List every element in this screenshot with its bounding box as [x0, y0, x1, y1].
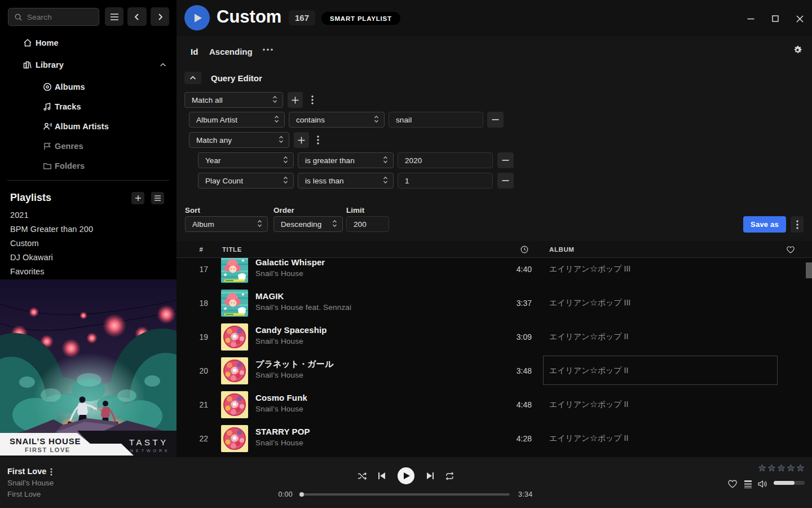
select-chevrons-icon	[383, 156, 388, 165]
sort-select[interactable]: Album	[185, 216, 268, 232]
select-value: Match any	[196, 136, 232, 144]
focused-cell-outline	[543, 356, 778, 385]
track-album: エイリアン☆ポップ III	[549, 286, 630, 320]
volume-slider[interactable]	[774, 481, 805, 485]
column-header-index[interactable]: #	[198, 241, 205, 258]
limit-input[interactable]: 200	[346, 216, 389, 232]
playlist-item[interactable]: DJ Okawari	[10, 250, 168, 264]
queue-button[interactable]	[743, 479, 753, 489]
sidebar-item-album-artists[interactable]: Album Artists	[0, 117, 176, 135]
rule3-field-select[interactable]: Play Count	[198, 173, 294, 189]
sidebar-item-folders[interactable]: Folders	[0, 157, 176, 175]
select-chevrons-icon	[279, 135, 284, 145]
previous-button[interactable]	[375, 469, 389, 483]
seek-slider[interactable]	[301, 493, 510, 496]
shuffle-button[interactable]	[355, 469, 369, 483]
select-chevrons-icon	[257, 220, 262, 229]
select-value: is greater than	[305, 156, 355, 165]
query-editor-collapse-button[interactable]	[184, 72, 201, 84]
add-rule-button-1[interactable]	[288, 92, 303, 108]
group-menu-button-2[interactable]	[313, 132, 323, 148]
track-number: 19	[186, 320, 208, 354]
track-row[interactable]: 19 Candy Spaceship Snail’s House 3:09 エイ…	[176, 320, 812, 354]
now-playing-menu-button[interactable]	[47, 468, 55, 476]
playlist-list-button[interactable]	[151, 192, 164, 204]
sidebar-item-genres[interactable]: Genres	[0, 137, 176, 155]
query-menu-button[interactable]	[791, 216, 804, 233]
seek-handle[interactable]	[299, 492, 304, 497]
window-close-button[interactable]	[792, 11, 807, 26]
sidebar-item-tracks[interactable]: Tracks	[0, 98, 176, 116]
track-row[interactable]: 18 MAGIK Snail’s House feat. Sennzai 3:3…	[176, 286, 812, 320]
playlist-item[interactable]: Favorites	[10, 264, 168, 278]
rule1-remove-button[interactable]	[487, 112, 504, 128]
queue-icon	[744, 480, 752, 488]
add-playlist-button[interactable]	[131, 192, 144, 204]
next-button[interactable]	[423, 469, 437, 483]
album-art-thumb	[221, 391, 248, 418]
track-duration: 4:28	[487, 422, 532, 456]
match-type-select-1[interactable]: Match all	[184, 92, 283, 108]
playlist-item[interactable]: Custom	[10, 236, 168, 250]
scrollbar-thumb[interactable]	[806, 262, 812, 278]
track-number: 20	[186, 354, 208, 388]
volume-button[interactable]	[758, 479, 767, 489]
select-chevrons-icon	[274, 115, 279, 125]
now-playing-album[interactable]: First Love	[7, 490, 41, 498]
group-menu-button-1[interactable]	[307, 92, 317, 108]
rule2-remove-button[interactable]	[497, 152, 514, 168]
rule1-value-input[interactable]: snail	[389, 112, 483, 128]
sidebar-item-albums[interactable]: Albums	[0, 78, 176, 96]
window-maximize-button[interactable]	[768, 11, 783, 26]
rule3-value-input[interactable]: 1	[398, 173, 493, 189]
sidebar: Search Home Library	[0, 0, 176, 457]
now-playing-album-art[interactable]: SNAIL’S HOUSE FIRST LOVE TASTY NETWORK	[0, 279, 176, 457]
filter-more-button[interactable]	[261, 43, 275, 56]
search-input[interactable]: Search	[8, 8, 99, 26]
track-count-badge: 167	[289, 10, 315, 25]
rule3-operator-select[interactable]: is less than	[298, 173, 394, 189]
favorite-button[interactable]	[727, 479, 737, 489]
select-chevrons-icon	[283, 176, 288, 186]
order-select[interactable]: Descending	[273, 216, 343, 232]
rule2-value-input[interactable]: 2020	[398, 152, 493, 168]
rating-stars[interactable]	[758, 464, 805, 472]
rule2-field-select[interactable]: Year	[198, 152, 294, 168]
rule1-field-select[interactable]: Album Artist	[189, 112, 285, 128]
column-header-title[interactable]: TITLE	[222, 241, 242, 258]
collapse-chevron-icon[interactable]	[160, 63, 166, 67]
playlist-item[interactable]: 2021	[10, 208, 168, 222]
column-header-favorite[interactable]	[787, 241, 795, 258]
rule2-operator-select[interactable]: is greater than	[298, 152, 394, 168]
repeat-button[interactable]	[443, 469, 456, 483]
window-minimize-button[interactable]	[743, 11, 758, 26]
now-playing-artist[interactable]: Snail’s House	[7, 479, 54, 487]
sidebar-item-library[interactable]: Library	[0, 56, 176, 74]
playlist-item[interactable]: BPM Greater than 200	[10, 222, 168, 236]
play-playlist-button[interactable]	[184, 5, 210, 30]
column-header-album[interactable]: ALBUM	[549, 241, 575, 258]
add-rule-button-2[interactable]	[294, 132, 309, 148]
sort-direction-button[interactable]: Ascending	[209, 47, 253, 56]
sort-field-button[interactable]: Id	[191, 47, 198, 56]
nav-back-button[interactable]	[127, 7, 147, 26]
track-title: Galactic Whisper	[255, 258, 325, 267]
play-button[interactable]	[398, 467, 414, 484]
track-title: プラネット・ガール	[255, 359, 333, 370]
track-row[interactable]: 22 STARRY POP Snail’s House 4:28 エイリアン☆ポ…	[176, 422, 812, 456]
menu-button[interactable]	[105, 7, 123, 26]
nav-forward-button[interactable]	[151, 7, 169, 26]
rule3-remove-button[interactable]	[497, 173, 514, 189]
track-artist: Snail’s House feat. Sennzai	[255, 303, 351, 312]
settings-gear-icon[interactable]	[791, 43, 804, 56]
rule1-operator-select[interactable]: contains	[289, 112, 385, 128]
track-row[interactable]: 21 Cosmo Funk Snail’s House 4:48 エイリアン☆ポ…	[176, 388, 812, 422]
track-row[interactable]: 17 Galactic Whisper Snail’s House 4:40 エ…	[176, 258, 812, 286]
now-playing-title[interactable]: First Love	[7, 467, 46, 476]
playlist-label: 2021	[10, 211, 29, 220]
match-type-select-2[interactable]: Match any	[189, 132, 289, 148]
column-header-duration[interactable]	[520, 241, 528, 258]
search-icon	[14, 13, 23, 21]
sidebar-item-home[interactable]: Home	[0, 34, 176, 52]
save-as-button[interactable]: Save as	[743, 216, 786, 233]
